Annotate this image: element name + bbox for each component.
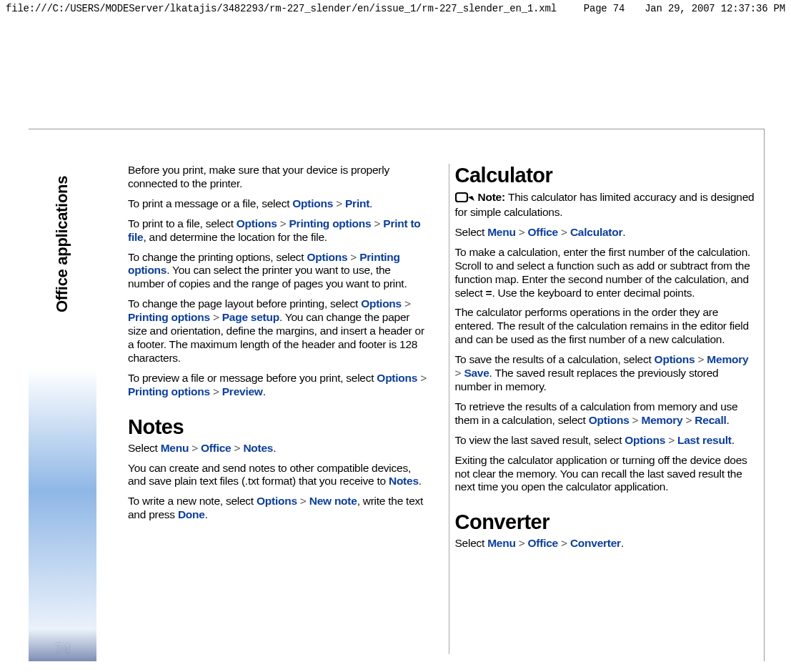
- calculator-heading: Calculator: [455, 164, 757, 187]
- section-label: Office applications: [53, 176, 71, 312]
- page-indicator: Page 74: [584, 3, 625, 14]
- print-timestamp: Jan 29, 2007 12:37:36 PM: [645, 3, 785, 14]
- notes-heading: Notes: [128, 415, 430, 439]
- calculator-save: To save the results of a calculation, se…: [455, 353, 757, 394]
- note-icon: [455, 190, 475, 206]
- notes-desc: You can create and send notes to other c…: [128, 462, 430, 489]
- notes-newnote: To write a new note, select Options > Ne…: [128, 495, 430, 522]
- columns: Before you print, make sure that your de…: [96, 129, 764, 661]
- converter-nav: Select Menu > Office > Converter.: [455, 537, 757, 550]
- page-number: 74: [29, 641, 96, 657]
- calculator-order: The calculator performs operations in th…: [455, 306, 757, 347]
- calculator-last-result: To view the last saved result, select Op…: [455, 434, 757, 448]
- print-header: file:///C:/USERS/MODEServer/lkatajis/348…: [0, 0, 791, 14]
- file-path: file:///C:/USERS/MODEServer/lkatajis/348…: [6, 3, 557, 14]
- calculator-recall: To retrieve the results of a calculation…: [455, 400, 757, 428]
- side-rail: Office applications 74: [29, 129, 96, 661]
- page-content: Office applications 74 Before you print,…: [29, 129, 765, 661]
- calculator-usage: To make a calculation, enter the first n…: [455, 246, 757, 300]
- converter-heading: Converter: [455, 510, 757, 534]
- printing-intro: Before you print, make sure that your de…: [128, 164, 430, 191]
- calculator-memory-note: Exiting the calculator application or tu…: [455, 454, 757, 495]
- left-column: Before you print, make sure that your de…: [128, 164, 436, 654]
- print-file-instruction: To print a message or a file, select Opt…: [128, 197, 430, 211]
- printing-options-instruction: To change the printing options, select O…: [128, 251, 430, 292]
- page-setup-instruction: To change the page layout before printin…: [128, 297, 430, 365]
- right-column: Calculator Note: This calculator has lim…: [449, 164, 757, 654]
- notes-nav: Select Menu > Office > Notes.: [128, 442, 430, 455]
- print-to-file-instruction: To print to a file, select Options > Pri…: [128, 217, 430, 244]
- calculator-note: Note: This calculator has limited accura…: [455, 190, 757, 219]
- svg-rect-0: [456, 193, 467, 202]
- calculator-nav: Select Menu > Office > Calculator.: [455, 226, 757, 239]
- preview-instruction: To preview a file or message before you …: [128, 372, 430, 399]
